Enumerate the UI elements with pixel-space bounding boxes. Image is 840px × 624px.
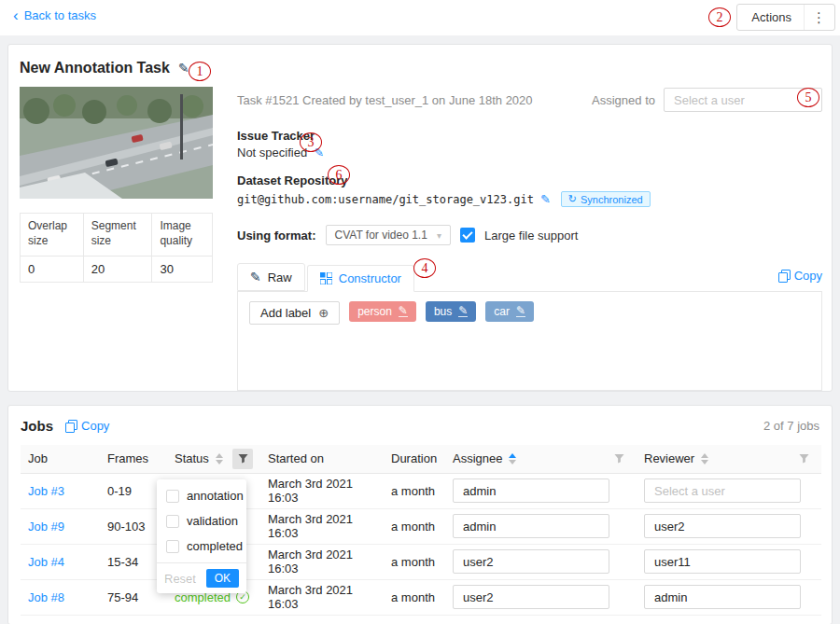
column-header-reviewer[interactable]: Reviewer xyxy=(637,445,821,473)
edit-label-icon[interactable]: ✎ xyxy=(516,306,525,317)
param-header-overlap: Overlap size xyxy=(21,214,84,257)
tab-raw-label: Raw xyxy=(268,270,292,284)
jobs-table-header-row: Job Frames Status Started on Duration xyxy=(21,445,821,473)
label-chip-bus[interactable]: bus ✎ xyxy=(426,301,476,322)
add-label-button[interactable]: Add label ⊕ xyxy=(249,301,340,325)
reviewer-input[interactable] xyxy=(644,549,801,574)
started-cell: March 3rd 2021 16:03 xyxy=(260,579,384,615)
assignee-input[interactable] xyxy=(453,514,609,538)
jobs-count: 2 of 7 jobs xyxy=(763,419,819,433)
using-format-label: Using format: xyxy=(237,229,316,243)
dataset-repository-url: git@github.com:username/git_storage_v123… xyxy=(237,193,534,206)
started-cell: March 3rd 2021 16:03 xyxy=(260,473,384,508)
param-header-segment: Segment size xyxy=(83,214,152,257)
status-header-label: Status xyxy=(175,451,209,465)
column-header-assignee[interactable]: Assignee xyxy=(445,445,637,473)
filter-assignee-icon[interactable] xyxy=(609,449,629,469)
filter-ok-button[interactable]: OK xyxy=(206,569,239,588)
checkbox-icon[interactable] xyxy=(166,515,179,528)
sort-status-icon[interactable] xyxy=(216,453,223,465)
label-chip-car[interactable]: car ✎ xyxy=(485,301,534,322)
annotation-marker-6: 6 xyxy=(328,165,350,185)
param-header-quality: Image quality xyxy=(152,214,213,257)
edit-label-icon[interactable]: ✎ xyxy=(399,306,408,317)
edit-title-icon[interactable]: ✎ xyxy=(178,61,189,76)
table-row: Job #3 0-19 March 3rd 2021 16:03 a month xyxy=(21,473,821,508)
label-chip-person[interactable]: person ✎ xyxy=(349,301,416,322)
constructor-icon xyxy=(320,272,332,284)
button-divider xyxy=(804,5,805,30)
checkbox-icon[interactable] xyxy=(166,540,179,553)
format-select[interactable]: CVAT for video 1.1 ▾ xyxy=(326,225,451,245)
column-header-frames: Frames xyxy=(100,445,167,473)
assignee-input[interactable] xyxy=(453,585,609,609)
annotation-marker-2: 2 xyxy=(708,7,731,27)
actions-button[interactable]: Actions ⋮ xyxy=(736,4,835,31)
filter-option-label: validation xyxy=(187,514,238,528)
sort-assignee-icon[interactable] xyxy=(509,453,516,465)
copy-labels-button[interactable]: Copy xyxy=(778,269,822,286)
add-label-label: Add label xyxy=(260,306,311,320)
copy-icon xyxy=(778,270,790,282)
filter-footer: Reset OK xyxy=(157,562,246,593)
annotation-marker-1: 1 xyxy=(189,62,211,81)
job-link[interactable]: Job #8 xyxy=(28,590,64,604)
page-title: New Annotation Task xyxy=(20,60,170,76)
duration-cell: a month xyxy=(384,544,445,579)
checkbox-icon[interactable] xyxy=(166,490,179,503)
actions-button-label: Actions xyxy=(751,10,791,24)
filter-reviewer-icon[interactable] xyxy=(793,449,814,469)
job-link[interactable]: Job #3 xyxy=(28,484,64,498)
reviewer-input[interactable] xyxy=(644,585,801,609)
tab-constructor[interactable]: Constructor xyxy=(307,265,414,292)
duration-cell: a month xyxy=(384,473,445,508)
back-to-tasks-link[interactable]: ‹ Back to tasks xyxy=(13,8,96,22)
filter-status-icon[interactable] xyxy=(232,449,253,469)
filter-option-label: completed xyxy=(187,539,243,553)
table-row: Job #4 15-34 March 3rd 2021 16:03 a mont… xyxy=(21,544,821,579)
assignee-header-label: Assignee xyxy=(453,451,502,465)
column-header-duration: Duration xyxy=(384,445,445,473)
label-chip-bus-name: bus xyxy=(434,305,452,318)
table-row: Job #9 90-103 March 3rd 2021 16:03 a mon… xyxy=(21,508,821,544)
large-file-support-label: Large file support xyxy=(484,229,578,243)
filter-reset-button[interactable]: Reset xyxy=(164,572,196,586)
jobs-title: Jobs xyxy=(21,418,53,434)
reviewer-input[interactable] xyxy=(644,514,801,538)
annotation-marker-5: 5 xyxy=(797,88,819,107)
chevron-down-icon: ▾ xyxy=(437,230,441,241)
table-row: Job #8 75-94 completed ✓ March 3rd 2021 … xyxy=(21,579,821,615)
task-left-column: Overlap size Segment size Image quality … xyxy=(20,87,213,283)
large-file-support-checkbox[interactable] xyxy=(460,228,475,243)
label-chip-person-name: person xyxy=(357,305,392,318)
reviewer-input[interactable] xyxy=(644,478,801,503)
task-parameters-table: Overlap size Segment size Image quality … xyxy=(20,213,213,283)
assigned-to-group: Assigned to xyxy=(592,88,822,112)
filter-option-validation[interactable]: validation xyxy=(157,508,246,534)
filter-option-completed[interactable]: completed xyxy=(157,534,246,559)
tab-raw[interactable]: ✎ Raw xyxy=(237,263,305,291)
edit-repository-icon[interactable]: ✎ xyxy=(540,192,551,206)
task-details-page: ‹ Back to tasks Actions ⋮ New Annotation… xyxy=(0,0,840,624)
assignee-input[interactable] xyxy=(453,549,609,574)
copy-jobs-button[interactable]: Copy xyxy=(65,419,109,433)
column-header-status[interactable]: Status xyxy=(167,445,260,473)
plus-circle-icon: ⊕ xyxy=(318,306,329,320)
synchronized-badge-label: Synchronized xyxy=(581,194,643,205)
job-link[interactable]: Job #9 xyxy=(28,520,64,534)
sort-reviewer-icon[interactable] xyxy=(701,453,708,465)
edit-label-icon[interactable]: ✎ xyxy=(458,306,468,317)
started-cell: March 3rd 2021 16:03 xyxy=(260,544,384,579)
issue-tracker-value: Not specified xyxy=(237,146,307,159)
param-value-quality: 30 xyxy=(152,257,213,283)
synchronized-badge: ↻ Synchronized xyxy=(561,191,651,207)
duration-cell: a month xyxy=(384,508,445,544)
assignee-input[interactable] xyxy=(453,478,609,503)
annotation-marker-3: 3 xyxy=(300,132,322,152)
more-options-icon[interactable]: ⋮ xyxy=(812,9,826,26)
task-preview-image xyxy=(20,87,213,199)
column-header-started: Started on xyxy=(260,445,384,473)
label-chip-car-name: car xyxy=(494,305,510,318)
filter-option-annotation[interactable]: annotation xyxy=(157,483,246,508)
job-link[interactable]: Job #4 xyxy=(28,555,64,569)
